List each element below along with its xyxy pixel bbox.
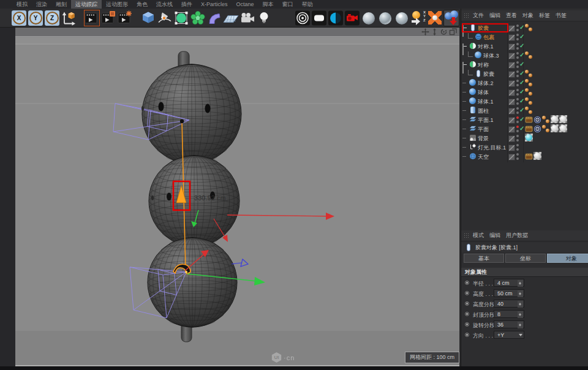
clapper-tag-icon[interactable] bbox=[525, 125, 533, 133]
enabled-check-icon[interactable]: ✓ bbox=[519, 107, 524, 113]
layer-swatch[interactable] bbox=[508, 135, 515, 142]
toolbar-camera-object[interactable] bbox=[239, 10, 255, 26]
layer-swatch[interactable] bbox=[508, 80, 515, 87]
visibility-dots[interactable] bbox=[516, 116, 519, 123]
object-row-9[interactable]: 圆柱✓ bbox=[461, 106, 588, 115]
visibility-dots[interactable] bbox=[516, 80, 519, 86]
object-name[interactable]: 胶囊 bbox=[483, 70, 494, 78]
object-name[interactable]: 球体.1 bbox=[478, 98, 494, 106]
visibility-dots[interactable] bbox=[516, 89, 519, 96]
phong-tag-icon[interactable] bbox=[525, 97, 533, 105]
visibility-dots[interactable] bbox=[516, 144, 519, 151]
object-name[interactable]: 对称 bbox=[478, 61, 489, 69]
mat-cyan-tag-icon[interactable] bbox=[525, 134, 533, 142]
attribute-tab-2[interactable]: 对象 bbox=[547, 254, 588, 263]
mat-white-tag-icon[interactable] bbox=[551, 115, 559, 123]
enabled-check-icon[interactable]: ✓ bbox=[519, 42, 524, 49]
layer-swatch[interactable] bbox=[508, 34, 515, 41]
enabled-check-icon[interactable]: ✓ bbox=[519, 24, 524, 31]
keyframe-radio-icon[interactable] bbox=[465, 322, 469, 327]
viewport-maximize-icon[interactable] bbox=[449, 28, 457, 36]
object-name[interactable]: 平面 bbox=[478, 126, 489, 134]
enabled-check-icon[interactable]: ✓ bbox=[519, 97, 524, 104]
attribute-tab-0[interactable]: 基本 bbox=[464, 254, 504, 263]
toolbar-spline-pen[interactable] bbox=[157, 10, 173, 26]
mat-white-tag-icon[interactable] bbox=[533, 152, 541, 160]
toolbar-interactive-render[interactable] bbox=[328, 10, 344, 26]
toolbar-floor-object[interactable] bbox=[223, 10, 239, 26]
visibility-dots[interactable] bbox=[516, 70, 519, 77]
enabled-check-icon[interactable]: ✓ bbox=[519, 125, 524, 132]
field-input[interactable]: 36 bbox=[494, 320, 524, 328]
stepper-arrows-icon[interactable] bbox=[518, 301, 523, 308]
toolbar-motion-clip-active[interactable] bbox=[84, 10, 100, 26]
viewport-rotate-icon[interactable] bbox=[440, 28, 448, 36]
menu-item-8[interactable]: X-Particles bbox=[197, 1, 232, 8]
viewport[interactable]: 330.92 cm 网格间距 : 100 cm UI ·cn bbox=[15, 28, 459, 366]
enabled-check-icon[interactable]: ✓ bbox=[519, 70, 524, 77]
target-tag-icon[interactable] bbox=[533, 125, 541, 133]
clapper-tag-icon[interactable] bbox=[525, 153, 533, 160]
attribute-manager-menu-1[interactable]: 编辑 bbox=[489, 232, 500, 240]
object-name[interactable]: 平面.1 bbox=[478, 116, 494, 124]
object-row-6[interactable]: 球体.2✓ bbox=[461, 78, 588, 88]
phong-tag-icon[interactable] bbox=[525, 79, 533, 87]
enabled-check-icon[interactable]: ✓ bbox=[519, 51, 524, 58]
phong-tag-icon[interactable] bbox=[525, 24, 533, 32]
toolbar-xpresso-cross[interactable] bbox=[427, 10, 443, 26]
keyframe-radio-icon[interactable] bbox=[465, 301, 469, 306]
object-manager-menu-2[interactable]: 查看 bbox=[506, 12, 517, 20]
object-row-7[interactable]: 球体✓ bbox=[461, 88, 588, 97]
field-input[interactable]: 8 bbox=[494, 310, 524, 318]
toolbar-material-sphere-1[interactable] bbox=[361, 10, 377, 26]
keyframe-radio-icon[interactable] bbox=[465, 333, 469, 337]
layer-swatch[interactable] bbox=[508, 154, 515, 160]
attribute-tab-1[interactable]: 坐标 bbox=[505, 254, 546, 263]
object-row-0[interactable]: 胶囊✓ bbox=[461, 23, 588, 32]
dropdown-arrow-icon[interactable] bbox=[519, 334, 522, 338]
phong-tag-icon[interactable] bbox=[525, 88, 533, 96]
layer-swatch[interactable] bbox=[508, 43, 515, 50]
enabled-check-icon[interactable]: ✓ bbox=[519, 88, 524, 95]
panel-grip-icon[interactable] bbox=[464, 233, 469, 238]
enabled-check-icon[interactable]: ✓ bbox=[519, 116, 524, 123]
object-row-11[interactable]: 平面✓ bbox=[461, 124, 588, 134]
menu-item-0[interactable]: 模拟 bbox=[12, 0, 32, 9]
toolbar-render-view[interactable] bbox=[295, 10, 311, 26]
mat-white-tag-icon[interactable] bbox=[559, 124, 567, 132]
toolbar-material-sphere-3[interactable] bbox=[394, 10, 410, 26]
field-input[interactable]: 4 cm bbox=[494, 279, 524, 287]
visibility-dots[interactable] bbox=[516, 43, 519, 50]
layer-swatch[interactable] bbox=[508, 145, 515, 151]
menu-item-10[interactable]: 脚本 bbox=[258, 0, 278, 9]
mat-white-tag-icon[interactable] bbox=[551, 124, 559, 132]
layer-swatch[interactable] bbox=[508, 126, 515, 133]
object-manager-menu-5[interactable]: 书签 bbox=[556, 12, 567, 20]
menu-item-9[interactable]: Octane bbox=[232, 1, 258, 8]
enabled-check-icon[interactable]: ✓ bbox=[519, 79, 524, 86]
object-manager-menu-4[interactable]: 标签 bbox=[539, 12, 550, 20]
object-row-1[interactable]: 包裹✓ bbox=[461, 32, 588, 42]
object-row-12[interactable]: 背景 bbox=[461, 134, 588, 143]
toolbar-lock-y-axis[interactable]: Y bbox=[28, 10, 43, 26]
menu-item-1[interactable]: 渲染 bbox=[32, 0, 51, 9]
field-input[interactable]: +Y bbox=[494, 331, 524, 339]
object-name[interactable]: 灯光.目标.1 bbox=[478, 144, 506, 152]
menu-item-12[interactable]: 帮助 bbox=[298, 0, 317, 9]
phong-tag-icon[interactable] bbox=[525, 107, 533, 115]
toolbar-motion-clip-cube[interactable] bbox=[100, 10, 116, 26]
object-name[interactable]: 球体.2 bbox=[478, 80, 494, 88]
enabled-check-icon[interactable]: ✓ bbox=[519, 61, 524, 67]
3d-scene[interactable] bbox=[15, 37, 459, 365]
visibility-dots[interactable] bbox=[516, 52, 519, 59]
phong-tag-icon[interactable] bbox=[525, 70, 533, 78]
field-input[interactable]: 40 bbox=[494, 300, 524, 308]
toolbar-deformer-flower[interactable] bbox=[190, 10, 206, 26]
phong-tag-icon[interactable] bbox=[542, 125, 550, 133]
layer-swatch[interactable] bbox=[508, 99, 515, 105]
keyframe-radio-icon[interactable] bbox=[465, 281, 469, 285]
menu-item-7[interactable]: 插件 bbox=[177, 0, 197, 9]
toolbar-bend-deformer[interactable] bbox=[206, 10, 222, 26]
panel-grip-icon[interactable] bbox=[464, 13, 469, 18]
toolbar-lock-z-axis[interactable]: Z bbox=[44, 10, 60, 26]
